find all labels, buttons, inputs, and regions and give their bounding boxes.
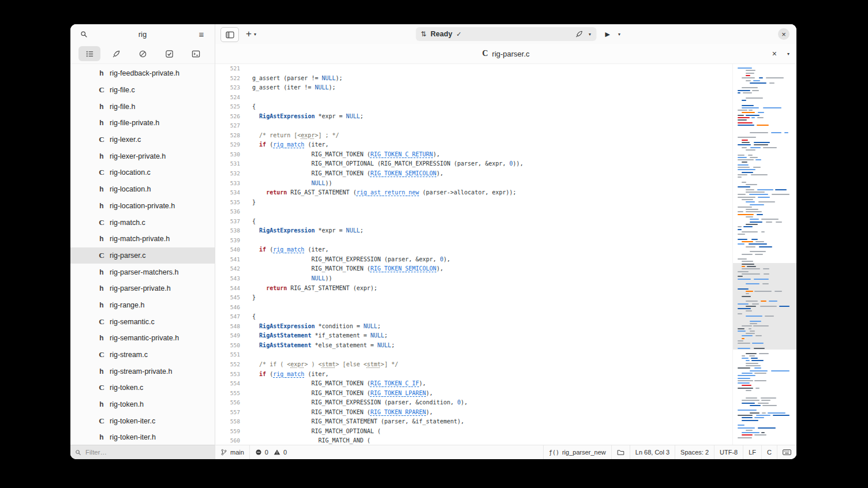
file-name: rig-location-private.h (110, 202, 175, 210)
tab-tests[interactable] (158, 46, 180, 61)
minimap-line (766, 77, 784, 78)
code-area[interactable]: g_assert (parser != NULL); g_assert (ite… (245, 64, 732, 445)
open-file-tab[interactable]: C rig-parser.c (482, 49, 529, 58)
minimap-line (764, 273, 769, 275)
close-tab-icon[interactable]: × (772, 49, 777, 58)
new-page-button[interactable]: + ▾ (243, 27, 259, 41)
minimap-line (743, 92, 752, 93)
minimap-line (738, 92, 740, 93)
file-row[interactable]: Crig-token.c (70, 380, 215, 396)
minimap-line (753, 325, 769, 326)
minimap-line (742, 432, 760, 433)
minimap-line (742, 100, 746, 101)
errors-icon (255, 449, 262, 456)
c-file-icon: C (97, 383, 106, 392)
minimap-line (742, 107, 759, 108)
close-window-button[interactable]: × (778, 28, 790, 40)
minimap-line (738, 157, 747, 158)
file-name: rig-feedback-private.h (110, 69, 179, 77)
file-row[interactable]: Crig-parser.c (70, 247, 215, 264)
tab-terminal[interactable] (185, 46, 207, 61)
file-row[interactable]: Crig-token-iter.c (70, 412, 215, 429)
minimap-line (752, 90, 759, 91)
tab-diagnostics[interactable] (132, 46, 154, 61)
indentation-indicator[interactable]: Spaces: 2 (675, 445, 714, 459)
minimap-line (746, 291, 753, 292)
minimap-line (742, 264, 754, 265)
file-row[interactable]: hrig-lexer-private.h (70, 148, 215, 164)
run-dropdown-icon[interactable]: ▾ (614, 32, 624, 37)
file-row[interactable]: Crig-location.c (70, 164, 215, 181)
branch-indicator[interactable]: main (215, 445, 249, 459)
minimap-line (746, 189, 754, 190)
search-icon[interactable] (77, 28, 90, 40)
diagnostics-indicator[interactable]: 0 0 (250, 445, 292, 459)
minimap-line (738, 288, 749, 290)
branch-name: main (230, 449, 244, 456)
minimap-line (738, 197, 755, 198)
minimap-line (758, 403, 768, 404)
tab-project-tree[interactable] (78, 46, 100, 61)
minimap-line (761, 397, 777, 399)
file-row[interactable]: hrig-parser-private.h (70, 280, 215, 297)
filter-input[interactable] (84, 448, 210, 456)
minimap-line (742, 417, 753, 418)
minimap-line (776, 222, 782, 223)
file-row[interactable]: hrig-stream-private.h (70, 363, 215, 380)
minimap-line (746, 390, 751, 391)
file-row[interactable]: hrig-token.h (70, 396, 215, 413)
encoding-indicator[interactable]: UTF-8 (714, 445, 743, 459)
minimap-line (753, 80, 760, 81)
cursor-position[interactable]: Ln 68, Col 3 (630, 445, 675, 459)
filter-bar (70, 445, 215, 459)
minimap-line (762, 405, 777, 406)
keyboard-button[interactable] (777, 445, 796, 459)
file-row[interactable]: Crig-lexer.c (70, 132, 215, 148)
menu-icon[interactable]: ≡ (195, 28, 208, 40)
minimap-line (758, 427, 776, 429)
language-indicator[interactable]: C (762, 445, 777, 459)
minimap-line (749, 194, 768, 195)
minimap-line (748, 155, 753, 156)
file-row[interactable]: Crig-match.c (70, 214, 215, 231)
file-row[interactable]: Crig-stream.c (70, 347, 215, 363)
header-file-icon: h (97, 301, 106, 309)
file-name: rig-file.c (110, 86, 135, 94)
file-row[interactable]: hrig-range.h (70, 297, 215, 314)
symbol-indicator[interactable]: ƒ() rig_parser_new (544, 445, 611, 459)
file-row[interactable]: Crig-file.c (70, 82, 215, 99)
file-row[interactable]: hrig-file.h (70, 98, 215, 115)
file-row[interactable]: hrig-location-private.h (70, 198, 215, 215)
file-row[interactable]: hrig-token-iter.h (70, 429, 215, 445)
file-row[interactable]: hrig-match-private.h (70, 231, 215, 247)
file-row[interactable]: hrig-file-private.h (70, 115, 215, 132)
file-name: rig-file-private.h (110, 119, 159, 127)
tab-build[interactable] (105, 46, 127, 61)
c-file-icon: C (97, 85, 106, 95)
minimap-line (742, 373, 753, 374)
minimap-line (738, 313, 742, 314)
minimap[interactable] (732, 64, 796, 445)
line-numbers[interactable]: 5215225235245255265275285295305315325335… (215, 64, 245, 445)
toggle-sidebar-button[interactable] (220, 27, 239, 42)
minimap-line (754, 348, 765, 349)
tab-list-chevron-icon[interactable]: ▾ (787, 51, 790, 57)
minimap-line (746, 397, 757, 399)
minimap-line (738, 186, 750, 187)
line-ending-indicator[interactable]: LF (743, 445, 761, 459)
minimap-line (750, 204, 764, 205)
file-row[interactable]: Crig-semantic.c (70, 313, 215, 330)
file-row[interactable]: hrig-semantic-private.h (70, 330, 215, 347)
minimap-line (738, 90, 750, 91)
file-row[interactable]: hrig-parser-matchers.h (70, 264, 215, 280)
run-button[interactable]: ▶ (601, 31, 614, 38)
build-dropdown-icon[interactable]: ▾ (589, 32, 591, 37)
file-row[interactable]: hrig-location.h (70, 181, 215, 198)
tab-actions: × ▾ (772, 44, 790, 63)
minimap-line (742, 182, 746, 183)
file-row[interactable]: hrig-feedback-private.h (70, 65, 215, 82)
project-folder-button[interactable] (612, 445, 630, 459)
omnibar[interactable]: ⇅ Ready ✓ ▾ (416, 27, 596, 41)
builder-window: rig ≡ hrig-feedback-private.hCrig-file.c… (70, 24, 796, 459)
build-button[interactable] (575, 30, 583, 38)
